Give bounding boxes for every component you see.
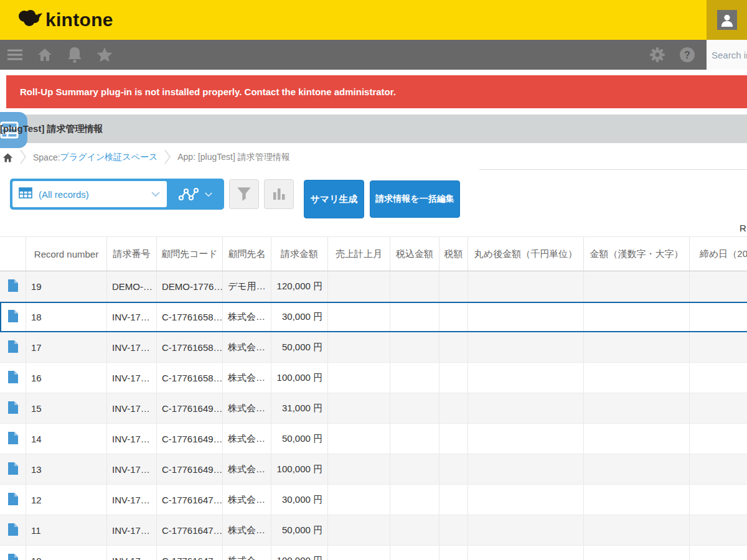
cell-amount: 50,000 円 [271, 515, 328, 545]
cell-rounded-amount [468, 515, 584, 545]
document-icon[interactable] [8, 554, 18, 560]
cell-client-name: 株式会… [223, 424, 271, 454]
search-box [707, 40, 747, 70]
view-select-value: (All records) [39, 189, 151, 200]
header-closing-day[interactable]: 締め日（20日） [690, 237, 747, 271]
table-row[interactable]: 16 INV-17… C-17761658… 株式会… 100,000 円 [0, 363, 747, 393]
kintone-logo[interactable]: kintone [17, 8, 113, 32]
breadcrumb-space-link[interactable]: プラグイン検証スペース [60, 152, 158, 163]
header-amount[interactable]: 請求金額 [271, 237, 328, 271]
error-banner: Roll-Up Summary plug-in is not installed… [6, 75, 747, 108]
table-row[interactable]: 19 DEMO-… DEMO-1776… デモ用… 120,000 円 [0, 271, 747, 302]
cell-tax-included [390, 424, 439, 454]
record-icon-cell [0, 271, 26, 301]
cell-sales-month [328, 515, 390, 545]
cell-rounded-amount [468, 363, 584, 393]
home-icon[interactable] [30, 40, 60, 70]
header-tax[interactable]: 税額 [439, 237, 468, 271]
table-row[interactable]: 14 INV-17… C-17761649… 株式会… 50,000 円 [0, 424, 747, 454]
table-row[interactable]: 17 INV-17… C-17761658… 株式会… 50,000 円 [0, 332, 747, 363]
header-kanji-amount[interactable]: 金額（漢数字・大字） [584, 237, 690, 271]
cell-amount: 100,000 円 [271, 363, 328, 393]
header-tax-included[interactable]: 税込金額 [390, 237, 439, 271]
record-icon-cell [0, 424, 26, 454]
table-row[interactable]: 13 INV-17… C-17761649… 株式会… 100,000 円 [0, 454, 747, 485]
cell-tax-included [390, 332, 439, 362]
view-select-dropdown[interactable]: (All records) [12, 181, 167, 207]
breadcrumb-home-icon[interactable] [2, 152, 13, 163]
header-invoice-no[interactable]: 請求番号 [107, 237, 157, 271]
favorites-star-icon[interactable] [90, 40, 120, 70]
cell-invoice-no: INV-17… [107, 546, 157, 560]
cell-client-code: C-17761649… [157, 424, 223, 454]
hamburger-menu-icon[interactable] [0, 40, 30, 70]
table-row[interactable]: 11 INV-17… C-17761647… 株式会… 50,000 円 [0, 515, 747, 546]
table-row[interactable]: 10 INV-17… C-17761647… 株式会… 100,000 円 [0, 546, 747, 560]
cell-record-number: 12 [26, 485, 107, 515]
breadcrumb-space-label: Space: [33, 152, 60, 162]
document-icon[interactable] [8, 340, 18, 355]
table-row[interactable]: 15 INV-17… C-17761649… 株式会… 31,000 円 [0, 393, 747, 424]
document-icon[interactable] [8, 432, 18, 446]
header-rounded-amount[interactable]: 丸め後金額（千円単位） [468, 237, 584, 271]
cell-sales-month [328, 485, 390, 515]
kintone-logo-text: kintone [45, 9, 113, 30]
cell-tax-included [390, 485, 439, 515]
record-icon-cell [0, 515, 26, 545]
header-sales-month[interactable]: 売上計上月 [328, 237, 390, 271]
cell-invoice-no: INV-17… [107, 302, 157, 332]
record-icon-cell [0, 485, 26, 515]
summary-generate-button[interactable]: サマリ生成 [304, 180, 364, 218]
cell-record-number: 14 [26, 424, 107, 454]
cell-record-number: 11 [26, 515, 107, 545]
document-icon[interactable] [8, 523, 18, 538]
user-menu[interactable] [707, 0, 747, 40]
cell-kanji-amount [584, 332, 690, 362]
document-icon[interactable] [8, 279, 18, 294]
settings-gear-icon[interactable] [642, 40, 672, 70]
cell-tax-included [390, 454, 439, 484]
table-row[interactable]: 12 INV-17… C-17761647… 株式会… 30,000 円 [0, 485, 747, 515]
cell-client-name: 株式会… [223, 363, 271, 393]
chevron-down-icon [204, 192, 213, 197]
help-icon[interactable]: ? [672, 40, 702, 70]
search-input[interactable] [707, 40, 747, 70]
cell-amount: 30,000 円 [271, 302, 328, 332]
document-icon[interactable] [8, 401, 18, 416]
document-icon[interactable] [8, 462, 18, 477]
document-icon[interactable] [8, 310, 18, 324]
chart-button[interactable] [264, 179, 294, 209]
cell-amount: 50,000 円 [271, 424, 328, 454]
header-client-name[interactable]: 顧問先名 [223, 237, 271, 271]
cell-rounded-amount [468, 332, 584, 362]
cell-client-code: C-17761647… [157, 485, 223, 515]
cell-kanji-amount [584, 363, 690, 393]
notifications-bell-icon[interactable] [60, 40, 90, 70]
graph-menu-button[interactable] [167, 179, 224, 210]
cell-amount: 30,000 円 [271, 485, 328, 515]
bulk-edit-button[interactable]: 請求情報を一括編集 [370, 180, 460, 218]
avatar[interactable] [717, 10, 737, 30]
cell-client-name: 株式会… [223, 485, 271, 515]
cell-closing-day [690, 546, 747, 560]
cell-record-number: 10 [26, 546, 107, 560]
cell-client-code: C-17761658… [157, 302, 223, 332]
record-icon-cell [0, 363, 26, 393]
table-row[interactable]: 18 INV-17… C-17761658… 株式会… 30,000 円 [0, 302, 747, 332]
error-banner-text: Roll-Up Summary plug-in is not installed… [20, 86, 396, 97]
table-header-row: Record number 請求番号 顧問先コード 顧問先名 請求金額 売上計上… [0, 237, 747, 271]
cell-tax-included [390, 271, 439, 301]
cell-kanji-amount [584, 485, 690, 515]
record-list-table: Record number 請求番号 顧問先コード 顧問先名 請求金額 売上計上… [0, 236, 747, 560]
cell-kanji-amount [584, 424, 690, 454]
view-selector: (All records) [10, 179, 224, 210]
header-record-number[interactable]: Record number [26, 237, 107, 271]
cell-kanji-amount [584, 515, 690, 545]
cell-client-name: デモ用… [223, 271, 271, 301]
document-icon[interactable] [8, 493, 18, 507]
cell-closing-day [690, 485, 747, 515]
filter-button[interactable] [229, 179, 259, 209]
header-client-code[interactable]: 顧問先コード [157, 237, 223, 271]
cell-rounded-amount [468, 271, 584, 301]
document-icon[interactable] [8, 371, 18, 385]
